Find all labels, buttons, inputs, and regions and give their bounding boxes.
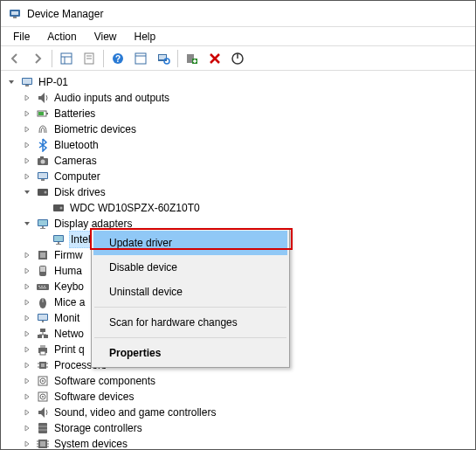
tree-node-label[interactable]: Bluetooth (53, 137, 100, 153)
mouse-icon (36, 295, 50, 309)
tree-node[interactable]: Storage controllers (3, 420, 473, 436)
tree-node[interactable]: WDC WD10SPZX-60Z10T0 (3, 200, 473, 216)
svg-point-34 (60, 207, 63, 210)
tree-node-label[interactable]: Computer (53, 169, 101, 184)
tree-node-label[interactable]: Batteries (53, 106, 96, 121)
menu-action[interactable]: Action (38, 29, 85, 45)
svg-point-76 (42, 396, 44, 398)
svg-rect-46 (40, 267, 45, 272)
enable-button[interactable] (227, 48, 248, 69)
action-button[interactable] (130, 48, 151, 69)
expander-icon[interactable] (22, 108, 32, 119)
expander-icon[interactable] (22, 360, 32, 370)
tree-node-label[interactable]: Huma (53, 263, 83, 279)
expander-icon[interactable] (22, 124, 32, 135)
svg-rect-11 (135, 53, 146, 64)
tree-node[interactable]: Sound, video and game controllers (3, 405, 473, 420)
tree-node-label[interactable]: Cameras (53, 153, 98, 169)
expander-icon[interactable] (22, 329, 32, 339)
tree-root[interactable]: HP-01 (3, 74, 473, 90)
tree-node[interactable]: System devices (3, 436, 473, 450)
tree-node[interactable]: Audio inputs and outputs (3, 90, 473, 106)
tree-node-label[interactable]: Mice a (53, 294, 86, 310)
menu-view[interactable]: View (86, 29, 126, 45)
tree-node-label[interactable]: Print q (53, 342, 86, 357)
storage-icon (36, 421, 50, 435)
tree-node[interactable]: Software devices (3, 389, 473, 405)
tree-node-label[interactable]: WDC WD10SPZX-60Z10T0 (69, 200, 201, 216)
tree-node[interactable]: Batteries (3, 106, 473, 121)
expander-icon[interactable] (22, 407, 32, 418)
back-button[interactable] (4, 48, 25, 69)
tree-node-label[interactable]: Software devices (53, 389, 135, 405)
svg-rect-81 (40, 441, 45, 447)
install-button[interactable] (182, 48, 203, 69)
processor-icon (36, 358, 50, 372)
expander-icon[interactable] (22, 344, 32, 355)
expander-icon[interactable] (22, 187, 32, 197)
expander-icon[interactable] (22, 140, 32, 150)
expander-icon[interactable] (22, 439, 32, 449)
svg-rect-50 (44, 286, 45, 287)
tree-node-label[interactable]: Software components (53, 373, 156, 389)
expander-icon[interactable] (6, 77, 17, 87)
expander-icon[interactable] (22, 391, 32, 402)
software-icon (36, 374, 50, 388)
tree-node[interactable]: Biometric devices (3, 121, 473, 137)
scan-button[interactable] (153, 48, 174, 69)
tree-node-label[interactable]: Audio inputs and outputs (53, 90, 170, 106)
tree-node[interactable]: Bluetooth (3, 137, 473, 153)
device-tree[interactable]: HP-01 Audio inputs and outputsBatteriesB… (1, 71, 475, 450)
show-hide-button[interactable] (56, 48, 77, 69)
tree-node[interactable]: Computer (3, 169, 473, 184)
expander-icon[interactable] (22, 376, 32, 386)
cm-uninstall-device[interactable]: Uninstall device (93, 280, 287, 304)
expander-icon[interactable] (22, 156, 32, 166)
uninstall-button[interactable] (204, 48, 225, 69)
help-button[interactable]: ? (107, 48, 128, 69)
expander-icon[interactable] (22, 423, 32, 433)
tree-node-label[interactable]: Biometric devices (53, 121, 137, 137)
tree-node-label[interactable]: Firmw (53, 247, 84, 263)
tree-node-label[interactable]: Sound, video and game controllers (53, 405, 217, 420)
tree-node-label[interactable]: Disk drives (53, 184, 107, 200)
svg-rect-77 (38, 423, 47, 433)
firmware-icon (36, 248, 50, 262)
expander-icon[interactable] (22, 313, 32, 323)
properties-button[interactable] (79, 48, 100, 69)
svg-rect-57 (38, 335, 42, 338)
tree-node-label[interactable]: Storage controllers (53, 420, 143, 436)
tree-node-label[interactable]: System devices (53, 436, 128, 450)
menu-file[interactable]: File (4, 29, 38, 45)
tree-node-label[interactable]: Keybo (53, 279, 85, 294)
expander-icon[interactable] (22, 281, 32, 292)
tree-node[interactable]: Disk drives (3, 184, 473, 200)
svg-rect-27 (40, 156, 44, 158)
expander-icon[interactable] (22, 218, 32, 229)
computer-icon (20, 75, 34, 89)
svg-rect-58 (44, 335, 48, 338)
expander-icon (38, 234, 48, 245)
tree-node-label[interactable]: HP-01 (38, 74, 69, 90)
expander-icon[interactable] (22, 93, 32, 103)
biometric-icon (36, 122, 50, 136)
cm-scan-hardware[interactable]: Scan for hardware changes (93, 310, 287, 335)
svg-rect-42 (56, 244, 61, 245)
cm-properties[interactable]: Properties (93, 341, 287, 365)
tree-node[interactable]: Cameras (3, 153, 473, 169)
svg-rect-44 (40, 253, 45, 258)
tree-node-label[interactable]: Monit (53, 310, 80, 326)
menu-help[interactable]: Help (126, 29, 165, 45)
expander-icon[interactable] (22, 250, 32, 260)
tree-node[interactable]: Software components (3, 373, 473, 389)
software-icon (36, 390, 50, 404)
expander-icon[interactable] (22, 297, 32, 308)
printer-icon (36, 343, 50, 357)
expander-icon[interactable] (22, 266, 32, 276)
svg-rect-64 (40, 351, 45, 355)
cm-update-driver[interactable]: Update driver (93, 231, 287, 255)
tree-node-label[interactable]: Netwo (53, 326, 85, 342)
cm-disable-device[interactable]: Disable device (93, 255, 287, 280)
expander-icon[interactable] (22, 171, 32, 182)
forward-button[interactable] (27, 48, 48, 69)
